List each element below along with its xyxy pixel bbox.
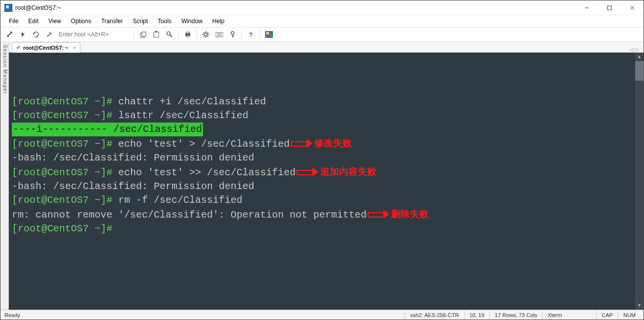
scroll-up-button[interactable]: ▲: [635, 53, 644, 61]
print-button[interactable]: [182, 29, 194, 40]
svg-point-16: [167, 32, 170, 35]
svg-rect-38: [270, 34, 272, 37]
svg-line-11: [51, 32, 52, 33]
tab-next-button[interactable]: ▷: [636, 47, 640, 52]
menu-window[interactable]: Window: [177, 16, 207, 26]
key-icon: [230, 31, 236, 38]
connected-icon: ✔: [16, 44, 21, 51]
tab-nav: ◁ ▷: [630, 47, 644, 52]
terminal-line: [root@CentOS7 ~]# chattr +i /sec/Classif…: [12, 95, 641, 109]
copy-button[interactable]: [137, 29, 149, 40]
svg-rect-15: [155, 31, 157, 32]
tab-strip: ✔ root@CentOS7: ~ × ◁ ▷: [9, 42, 644, 53]
minimize-icon: [584, 5, 589, 10]
keyboard-icon: [215, 32, 223, 37]
toolbar-separator: [241, 30, 242, 39]
prompt: [root@CentOS7 ~]#: [12, 166, 118, 180]
menu-script[interactable]: Script: [128, 16, 152, 26]
svg-rect-13: [142, 32, 146, 36]
unplug-icon: [46, 31, 53, 38]
reconnect-button[interactable]: [30, 29, 42, 40]
tab-close-button[interactable]: ×: [73, 45, 76, 51]
find-icon: [166, 31, 173, 38]
menu-help[interactable]: Help: [208, 16, 229, 26]
menu-transfer[interactable]: Transfer: [97, 16, 127, 26]
svg-rect-30: [215, 32, 223, 37]
disconnect-button[interactable]: [43, 29, 55, 40]
refresh-icon: [33, 31, 39, 38]
terminal-area: ✔ root@CentOS7: ~ × ◁ ▷ ▲ ▼ [root@CentOS…: [9, 42, 644, 310]
session-manager-panel[interactable]: Session Manager: [0, 42, 9, 310]
menu-tools[interactable]: Tools: [153, 16, 176, 26]
scrollbar-track[interactable]: ▲ ▼: [635, 53, 644, 310]
settings-button[interactable]: [200, 29, 212, 40]
help-button[interactable]: ?: [245, 29, 257, 40]
find-button[interactable]: [164, 29, 175, 40]
copy-icon: [140, 32, 146, 38]
annotation: 追加内容失败: [297, 165, 376, 179]
prompt: [root@CentOS7 ~]#: [12, 109, 118, 123]
maximize-button[interactable]: [598, 0, 621, 15]
key-button[interactable]: [227, 29, 238, 40]
svg-line-28: [207, 32, 208, 33]
command-text: echo 'test' > /sec/Classified: [118, 137, 290, 151]
toolbar-separator: [178, 30, 179, 39]
svg-line-9: [47, 34, 49, 36]
maximize-icon: [607, 5, 612, 10]
clipboard-icon: [153, 31, 159, 38]
window-title: root@CentOS7:~: [15, 4, 576, 11]
arrow-icon: [368, 211, 389, 218]
annotation-text: 修改失败: [314, 136, 352, 150]
menu-view[interactable]: View: [44, 16, 66, 26]
scrollbar-thumb[interactable]: [635, 61, 644, 81]
minimize-button[interactable]: [576, 0, 598, 15]
menubar: File Edit View Options Transfer Script T…: [0, 15, 644, 27]
terminal-line: ----i----------- /sec/Classified: [12, 123, 641, 136]
arrow-icon: [297, 168, 318, 175]
status-ready: Ready: [3, 310, 25, 320]
scroll-down-button[interactable]: ▼: [635, 301, 644, 310]
toolbar: ?: [0, 27, 644, 42]
svg-line-26: [203, 32, 204, 33]
svg-point-21: [204, 33, 207, 36]
terminal-line: [root@CentOS7 ~]# echo 'test' >> /sec/Cl…: [12, 165, 641, 180]
keyboard-button[interactable]: [213, 29, 225, 40]
svg-line-29: [203, 36, 204, 37]
svg-marker-7: [21, 31, 25, 38]
host-input[interactable]: [57, 30, 131, 39]
connect-button[interactable]: [3, 29, 15, 40]
menu-options[interactable]: Options: [67, 16, 96, 26]
app-icon: [4, 4, 12, 12]
lightning-icon: [20, 31, 26, 38]
tab-prev-button[interactable]: ◁: [630, 47, 634, 52]
annotation: 修改失败: [291, 136, 352, 150]
menu-edit[interactable]: Edit: [24, 16, 43, 26]
close-icon: [630, 5, 635, 10]
command-text: lsattr /sec/Classified: [118, 109, 248, 123]
status-term-size: 17 Rows, 73 Cols: [489, 310, 542, 320]
paste-button[interactable]: [150, 29, 162, 40]
quick-connect-button[interactable]: [17, 29, 29, 40]
prompt: [root@CentOS7 ~]#: [12, 222, 118, 236]
prompt: [root@CentOS7 ~]#: [12, 193, 118, 207]
session-tab[interactable]: ✔ root@CentOS7: ~ ×: [12, 42, 80, 53]
svg-rect-37: [266, 32, 269, 34]
menu-file[interactable]: File: [4, 16, 23, 26]
svg-rect-20: [186, 35, 189, 37]
annotation-text: 删除失败: [391, 207, 429, 221]
terminal-line: -bash: /sec/Classified: Permission denie…: [12, 180, 641, 193]
close-button[interactable]: [621, 0, 644, 15]
terminal-line: [root@CentOS7 ~]# echo 'test' > /sec/Cla…: [12, 136, 641, 151]
output-text: rm: cannot remove '/sec/Classified': Ope…: [12, 208, 367, 222]
xshell-button[interactable]: [263, 29, 275, 40]
statusbar: Ready ssh2: AES-256-CTR 10, 19 17 Rows, …: [0, 310, 644, 320]
output-text: -bash: /sec/Classified: Permission denie…: [12, 151, 254, 165]
arrow-icon: [291, 140, 312, 147]
svg-point-33: [231, 32, 234, 34]
command-text: chattr +i /sec/Classified: [118, 95, 266, 109]
svg-line-17: [170, 35, 172, 37]
app-color-icon: [265, 31, 273, 38]
svg-rect-14: [154, 32, 159, 37]
terminal[interactable]: ▲ ▼ [root@CentOS7 ~]# chattr +i /sec/Cla…: [9, 53, 644, 310]
command-text: rm -f /sec/Classified: [118, 193, 242, 207]
